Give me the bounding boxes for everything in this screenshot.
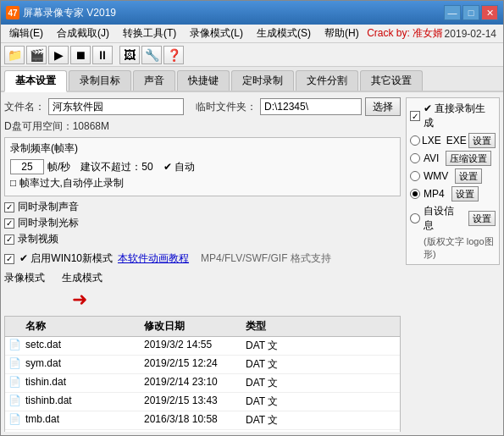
menu-bar: 编辑(E) 合成截取(J) 转换工具(T) 录像模式(L) 生成模式(S) 帮助… [1, 25, 503, 43]
file-date-5: 2016/3/18 10:58 [141, 412, 242, 428]
file-name-label: 文件名： [4, 100, 45, 114]
avi-label: AVI [424, 152, 439, 164]
fps-unit-label: 帧/秒 [47, 160, 70, 174]
mp4-settings-btn[interactable]: 设置 [451, 186, 479, 201]
fps-input[interactable] [10, 159, 44, 174]
title-bar: 47 屏幕录像专家 V2019 — □ ✕ [1, 1, 503, 25]
wmv-label: WMV [424, 170, 448, 182]
avi-settings-btn[interactable]: 压缩设置 [446, 151, 491, 166]
animation-link[interactable]: 本软件动画教程 [118, 251, 189, 266]
menu-record-mode[interactable]: 录像模式(L) [183, 25, 250, 42]
checkbox-video: 录制视频 [4, 232, 401, 246]
file-date-1: 2019/3/2 14:55 [141, 338, 242, 354]
record-mode-label: 录像模式 [4, 271, 45, 285]
file-type-4: DAT 文 [242, 394, 293, 410]
file-name-6: unins000.dat [22, 431, 141, 432]
menu-generate-mode[interactable]: 生成模式(S) [250, 25, 318, 42]
toolbar-btn-7[interactable]: 🔧 [141, 46, 162, 64]
tab-file-split[interactable]: 文件分割 [296, 70, 358, 91]
file-icon-6: 📄 [5, 431, 22, 432]
toolbar-btn-2[interactable]: 🎬 [26, 46, 47, 64]
fps-advice-label: 建议不超过：50 [80, 160, 152, 174]
format-text: MP4/FLV/SWF/GIF 格式支持 [201, 251, 331, 266]
cursor-label: 同时录制光标 [18, 216, 79, 230]
wmv-settings-btn[interactable]: 设置 [455, 168, 482, 184]
file-row[interactable]: 📄 tishin.dat 2019/2/14 23:10 DAT 文 [5, 374, 400, 393]
lxe-row: LXE EXE 设置 [410, 133, 496, 148]
toolbar-btn-8[interactable]: ❓ [163, 46, 184, 64]
col-header-type: 类型 [242, 318, 293, 334]
generate-mode-label: 生成模式 [62, 271, 102, 285]
menu-compose[interactable]: 合成截取(J) [50, 25, 116, 42]
file-row[interactable]: 📄 setc.dat 2019/3/2 14:55 DAT 文 [5, 337, 400, 356]
file-date-3: 2019/2/14 23:10 [141, 375, 242, 391]
file-date-2: 2019/2/15 12:24 [141, 356, 242, 373]
file-date-6: 2019/2/15 12:21 [141, 431, 242, 432]
body-area: 文件名： 临时文件夹： 选择 D盘可用空间：10868M 录制频率(帧率) 帧/… [1, 92, 503, 435]
file-row[interactable]: 📄 unins000.dat 2019/2/15 12:21 DAT 文 [5, 430, 400, 432]
mp4-row: MP4 设置 [410, 186, 496, 201]
mp4-radio[interactable] [410, 189, 420, 199]
file-list-scroll[interactable]: 📄 setc.dat 2019/3/2 14:55 DAT 文 📄 sym.da… [5, 337, 400, 432]
cursor-checkbox[interactable] [4, 218, 14, 229]
right-panel: ✔ 直接录制生成 LXE EXE 设置 AVI 压缩设置 [406, 97, 500, 432]
file-name-4: tishinb.dat [22, 394, 141, 410]
direct-record-row: ✔ 直接录制生成 [410, 102, 496, 130]
menu-convert[interactable]: 转换工具(T) [116, 25, 183, 42]
file-type-3: DAT 文 [242, 375, 293, 391]
tab-other[interactable]: 其它设置 [360, 70, 423, 91]
temp-folder-input[interactable] [260, 98, 362, 115]
menu-edit[interactable]: 编辑(E) [3, 25, 50, 42]
wmv-radio[interactable] [410, 171, 420, 181]
close-button[interactable]: ✕ [481, 5, 498, 20]
win10-checkbox[interactable] [4, 254, 14, 264]
tab-basic-settings[interactable]: 基本设置 [4, 70, 67, 92]
file-row[interactable]: 📄 tmb.dat 2016/3/18 10:58 DAT 文 [5, 411, 400, 430]
custom-radio[interactable] [410, 213, 420, 224]
custom-row: 自设信息 设置 [410, 204, 496, 233]
lxe-label: LXE [422, 135, 441, 146]
tab-record-target[interactable]: 录制目标 [69, 70, 131, 91]
menu-help[interactable]: 帮助(H) [318, 25, 366, 42]
file-list: 名称 修改日期 类型 📄 setc.dat 2019/3/2 14:55 DAT… [4, 316, 401, 432]
file-name-input[interactable] [48, 98, 184, 115]
select-button[interactable]: 选择 [365, 97, 401, 116]
main-window: 47 屏幕录像专家 V2019 — □ ✕ 编辑(E) 合成截取(J) 转换工具… [0, 0, 504, 436]
tab-scheduled[interactable]: 定时录制 [231, 70, 294, 91]
file-name-row: 文件名： 临时文件夹： 选择 [4, 97, 401, 116]
menu-date: 2019-02-14 [445, 28, 501, 40]
crack-text: Crack by: 准女婿 [366, 26, 445, 41]
video-checkbox[interactable] [4, 235, 14, 245]
app-icon: 47 [6, 6, 19, 19]
tab-sound[interactable]: 声音 [133, 70, 175, 91]
file-row[interactable]: 📄 sym.dat 2019/2/15 12:24 DAT 文 [5, 356, 400, 374]
window-title: 屏幕录像专家 V2019 [23, 6, 444, 20]
toolbar-btn-5[interactable]: ⏸ [92, 46, 113, 64]
direct-record-checkbox[interactable] [410, 111, 420, 121]
toolbar: 📁 🎬 ▶ ⏹ ⏸ 🖼 🔧 ❓ [1, 43, 503, 67]
right-panel-box: ✔ 直接录制生成 LXE EXE 设置 AVI 压缩设置 [406, 97, 500, 265]
wmv-row: WMV 设置 [410, 168, 496, 184]
file-icon-3: 📄 [5, 375, 22, 391]
lxe-radio[interactable] [410, 135, 420, 146]
sound-label: 同时录制声音 [18, 200, 79, 214]
sound-checkbox[interactable] [4, 202, 14, 212]
avi-radio[interactable] [410, 153, 420, 163]
maximize-button[interactable]: □ [462, 5, 479, 20]
freq-row-2: □ 帧率过大,自动停止录制 [10, 176, 395, 190]
checkbox-area: 同时录制声音 同时录制光标 录制视频 [4, 200, 401, 248]
lxe-settings-btn[interactable]: 设置 [468, 133, 496, 148]
file-row[interactable]: 📄 tishinb.dat 2019/2/15 13:43 DAT 文 [5, 393, 400, 411]
custom-settings-btn[interactable]: 设置 [468, 211, 496, 226]
custom-label: 自设信息 [424, 204, 463, 233]
toolbar-btn-3[interactable]: ▶ [48, 46, 69, 64]
toolbar-btn-6[interactable]: 🖼 [119, 46, 140, 64]
file-name-5: tmb.dat [22, 412, 141, 428]
file-type-5: DAT 文 [242, 412, 293, 428]
tab-shortcut[interactable]: 快捷键 [177, 70, 230, 91]
minimize-button[interactable]: — [444, 5, 461, 20]
toolbar-btn-1[interactable]: 📁 [4, 46, 25, 64]
mode-labels: 录像模式 生成模式 [4, 269, 401, 287]
toolbar-btn-4[interactable]: ⏹ [70, 46, 91, 64]
auto-label: ✔ 自动 [163, 160, 195, 174]
